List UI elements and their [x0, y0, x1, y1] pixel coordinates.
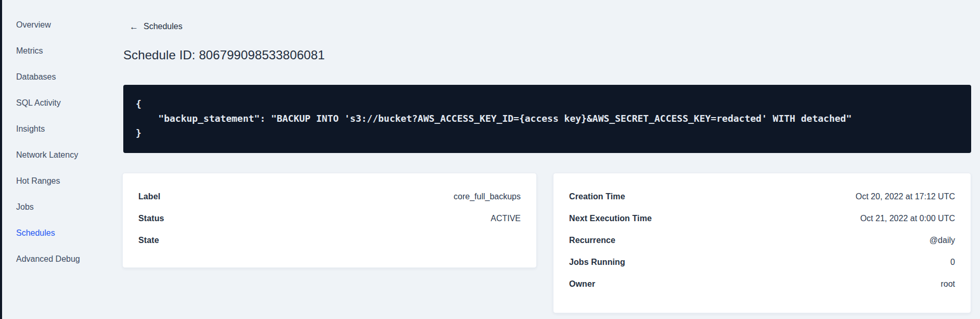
- card-row-recurrence: Recurrence @daily: [569, 229, 955, 251]
- row-value: ACTIVE: [491, 214, 521, 223]
- page-title: Schedule ID: 806799098533806081: [123, 48, 325, 62]
- back-link-label: Schedules: [144, 22, 183, 31]
- row-label: Label: [138, 192, 160, 201]
- card-row-jobs-running: Jobs Running 0: [569, 251, 955, 273]
- row-label: Owner: [569, 279, 595, 289]
- row-value: Oct 20, 2022 at 17:12 UTC: [856, 192, 955, 201]
- code-line: "backup_statement": "BACKUP INTO 's3://b…: [136, 111, 959, 126]
- schedule-status-card: Label core_full_backups Status ACTIVE St…: [122, 173, 537, 268]
- card-row-state: State: [138, 229, 521, 251]
- back-link[interactable]: ← Schedules: [130, 22, 183, 31]
- row-label: Next Execution Time: [569, 214, 652, 223]
- card-row-next-execution-time: Next Execution Time Oct 21, 2022 at 0:00…: [569, 208, 955, 229]
- card-row-status: Status ACTIVE: [138, 208, 521, 229]
- row-label: Jobs Running: [569, 258, 625, 267]
- schedule-definition-code: { "backup_statement": "BACKUP INTO 's3:/…: [123, 85, 971, 153]
- card-row-label: Label core_full_backups: [138, 186, 521, 208]
- row-label: Recurrence: [569, 236, 615, 245]
- code-line: {: [136, 97, 959, 111]
- code-line: }: [136, 126, 959, 141]
- row-label: Status: [138, 214, 164, 223]
- schedule-timing-card: Creation Time Oct 20, 2022 at 17:12 UTC …: [553, 173, 971, 313]
- row-value: root: [940, 279, 955, 289]
- row-value: 0: [950, 258, 955, 267]
- row-value: @daily: [930, 236, 955, 245]
- back-arrow-icon: ←: [130, 22, 138, 31]
- row-label: Creation Time: [569, 192, 625, 201]
- row-value: Oct 21, 2022 at 0:00 UTC: [860, 214, 955, 223]
- card-row-creation-time: Creation Time Oct 20, 2022 at 17:12 UTC: [569, 186, 955, 208]
- schedule-details-page: ← Schedules Schedule ID: 806799098533806…: [0, 0, 980, 319]
- row-label: State: [138, 236, 159, 245]
- card-row-owner: Owner root: [569, 273, 955, 295]
- row-value: core_full_backups: [454, 192, 521, 201]
